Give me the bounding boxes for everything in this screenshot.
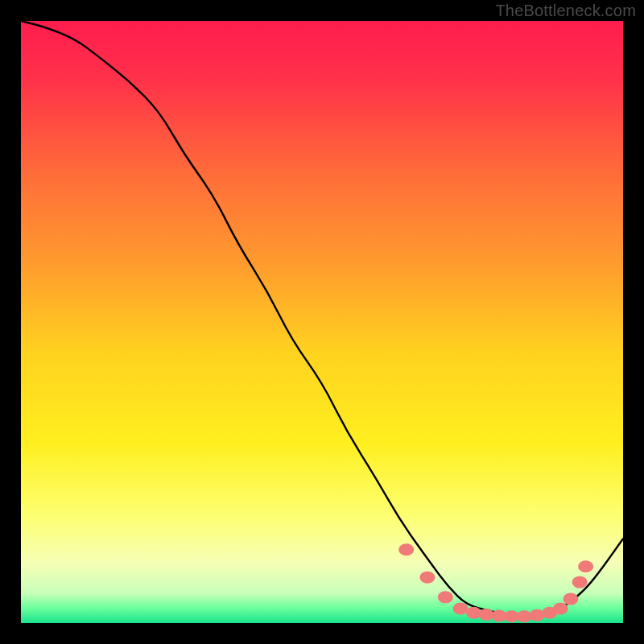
watermark-text: TheBottleneck.com <box>495 2 636 20</box>
plot-area <box>21 21 623 623</box>
marker-dot <box>553 603 568 615</box>
marker-dot <box>438 591 453 603</box>
marker-dot <box>578 560 593 572</box>
marker-dot <box>453 603 469 615</box>
marker-dot <box>398 543 414 555</box>
marker-dot <box>572 576 588 588</box>
gradient-background <box>21 21 623 623</box>
plot-svg <box>21 21 623 623</box>
chart-stage: TheBottleneck.com <box>0 0 644 644</box>
marker-dot <box>563 593 578 605</box>
marker-dot <box>419 572 435 584</box>
